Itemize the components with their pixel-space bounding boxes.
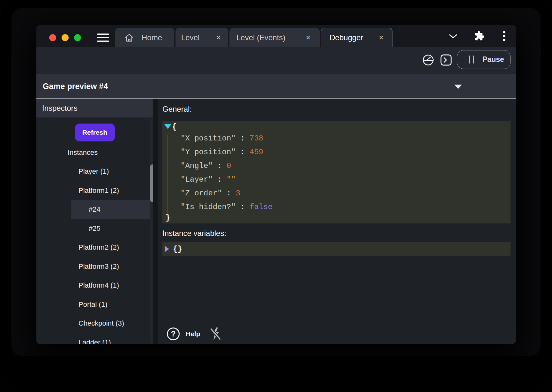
pause-button[interactable]: Pause (457, 50, 511, 69)
inspectors-sidebar: Inspectors Refresh Instances Player (1) … (36, 99, 153, 344)
close-tab-icon[interactable]: ✕ (216, 34, 221, 41)
tab-strip: Home Level ✕ Level (Events) ✕ Debugger ✕ (115, 28, 392, 47)
tree-item-platform3[interactable]: Platform3 (2) (36, 257, 153, 276)
json-open-brace: { (162, 123, 511, 132)
dropdown-caret-icon (454, 85, 462, 89)
tree-item-platform4[interactable]: Platform4 (1) (36, 276, 153, 295)
tree-item-ladder[interactable]: Ladder (1) (36, 333, 153, 344)
close-window-button[interactable] (49, 34, 56, 41)
help-icon[interactable]: ? (167, 328, 180, 340)
json-close-brace: } (162, 214, 511, 222)
close-tab-icon[interactable]: ✕ (305, 34, 311, 41)
tab-label: Debugger (330, 33, 363, 42)
tree-item-portal[interactable]: Portal (1) (36, 295, 153, 314)
tree-item-checkpoint[interactable]: Checkpoint (3) (36, 314, 153, 333)
refresh-button[interactable]: Refresh (75, 124, 115, 141)
general-json-view: { "X position" : 738 "Y position" : 459 … (162, 121, 511, 223)
tab-label: Level (Events) (236, 33, 285, 42)
house-icon (124, 33, 134, 42)
inspector-detail-panel: General: { "X position" : 738 "Y positio… (158, 99, 516, 344)
tab-bar: Home Level ✕ Level (Events) ✕ Debugger ✕ (36, 25, 516, 47)
instance-variables-view: {} (162, 242, 511, 256)
extensions-puzzle-icon[interactable] (474, 31, 485, 41)
instance-variables-value: {} (173, 245, 182, 253)
panel-divider (153, 99, 158, 344)
collapse-toggle-icon[interactable] (164, 124, 171, 129)
profiler-gauge-icon[interactable] (422, 54, 434, 66)
close-tab-icon[interactable]: ✕ (378, 34, 384, 41)
chevron-down-icon[interactable] (449, 34, 458, 39)
expand-toggle-icon[interactable] (165, 246, 169, 252)
debugger-content: Inspectors Refresh Instances Player (1) … (36, 99, 516, 344)
tree-item-instance-25[interactable]: #25 (36, 219, 153, 238)
app-window: Home Level ✕ Level (Events) ✕ Debugger ✕ (36, 25, 516, 344)
minimize-window-button[interactable] (62, 34, 69, 41)
json-property-row: "Is hidden?" : false (162, 200, 511, 214)
tab-label: Level (181, 33, 199, 42)
window-controls (49, 34, 81, 41)
inspectors-title: Inspectors (42, 104, 78, 113)
pause-icon (469, 56, 474, 64)
more-options-kebab-icon[interactable] (503, 31, 506, 41)
tab-level-events[interactable]: Level (Events) ✕ (229, 28, 320, 47)
inspectors-header: Inspectors (36, 99, 153, 117)
tree-item-instance-24[interactable]: #24 (36, 200, 153, 219)
tree-item-platform2[interactable]: Platform2 (2) (36, 238, 153, 257)
zoom-window-button[interactable] (74, 34, 81, 41)
instances-tree: Instances Player (1) Platform1 (2) #24 #… (36, 143, 153, 344)
console-icon[interactable] (440, 54, 452, 66)
pause-label: Pause (482, 55, 504, 64)
sidebar-scrollbar[interactable] (150, 118, 153, 344)
tree-item-player[interactable]: Player (1) (36, 162, 153, 181)
tab-debugger[interactable]: Debugger ✕ (321, 28, 392, 47)
json-property-row: "Y position" : 459 (162, 145, 511, 159)
scrollbar-thumb[interactable] (150, 164, 153, 202)
help-label[interactable]: Help (186, 330, 200, 338)
tab-level[interactable]: Level ✕ (175, 28, 228, 47)
help-row: ? Help (167, 327, 221, 341)
tab-home[interactable]: Home (115, 28, 174, 47)
json-property-row: "X position" : 738 (162, 132, 511, 145)
general-heading: General: (162, 104, 511, 114)
game-preview-label: Game preview #4 (43, 82, 108, 91)
tab-label: Home (142, 33, 162, 42)
main-menu-icon[interactable] (97, 34, 109, 42)
flash-off-icon[interactable] (209, 327, 221, 341)
tree-guide-line (168, 135, 168, 215)
instance-variables-heading: Instance variables: (162, 229, 511, 238)
json-property-row: "Layer" : "" (162, 173, 511, 186)
tree-item-platform1[interactable]: Platform1 (2) (36, 181, 153, 200)
debugger-toolbar: Pause (36, 47, 516, 74)
json-property-row: "Angle" : 0 (162, 159, 511, 173)
json-property-row: "Z order" : 3 (162, 186, 511, 200)
tree-item-instances[interactable]: Instances (36, 143, 153, 162)
game-preview-selector[interactable]: Game preview #4 (36, 74, 516, 99)
